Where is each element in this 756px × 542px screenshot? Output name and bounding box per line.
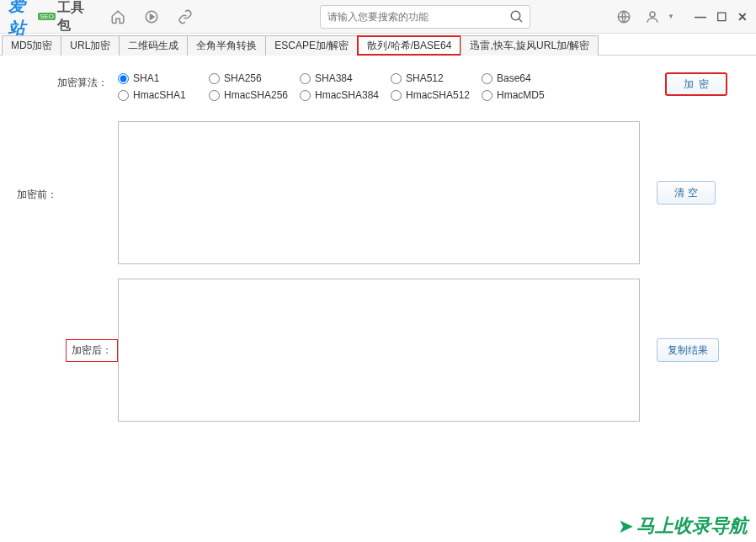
svg-line-3 [519, 19, 522, 22]
logo-sub: 工具包 [57, 0, 93, 35]
tab-url[interactable]: URL加密 [61, 35, 120, 56]
after-label: 加密后： [66, 339, 118, 362]
svg-point-5 [650, 12, 655, 17]
maximize-button[interactable]: ☐ [716, 10, 727, 24]
tab-label: 全角半角转换 [196, 39, 257, 53]
radio-sha512[interactable]: SHA512 [391, 72, 482, 84]
radio-hmacsha512[interactable]: HmacSHA512 [391, 89, 482, 101]
before-textarea[interactable] [118, 121, 640, 264]
radio-sha384[interactable]: SHA384 [300, 72, 391, 84]
tab-thunder[interactable]: 迅雷,快车,旋风URL加/解密 [461, 35, 599, 56]
main-panel: 加密算法： SHA1 SHA256 SHA384 SHA512 Base64 H… [0, 56, 756, 424]
clear-button[interactable]: 清 空 [657, 181, 716, 205]
tab-label: MD5加密 [11, 39, 52, 53]
algorithm-label: 加密算法： [17, 72, 118, 90]
app-logo: 爱站 SEO 工具包 [8, 4, 93, 29]
tab-fullhalf[interactable]: 全角半角转换 [187, 35, 266, 56]
play-icon[interactable] [143, 8, 160, 25]
logo-badge: SEO [38, 13, 56, 20]
copy-result-button[interactable]: 复制结果 [657, 338, 719, 362]
encrypt-button[interactable]: 加密 [665, 72, 727, 96]
arrow-icon: ➤ [619, 516, 633, 536]
search-button[interactable] [504, 9, 530, 24]
radio-hmacsha384[interactable]: HmacSHA384 [300, 89, 391, 101]
svg-point-2 [511, 11, 520, 20]
tab-strip: MD5加密 URL加密 二维码生成 全角半角转换 ESCAPE加/解密 散列/哈… [0, 34, 756, 56]
radio-sha1[interactable]: SHA1 [118, 72, 209, 84]
link-icon[interactable] [177, 8, 194, 25]
globe-icon[interactable] [615, 8, 632, 25]
user-icon[interactable] [644, 8, 661, 25]
before-label: 加密前： [17, 121, 118, 264]
tab-label: URL加密 [70, 39, 110, 53]
algorithm-options: SHA1 SHA256 SHA384 SHA512 Base64 HmacSHA… [118, 72, 589, 101]
svg-marker-1 [151, 14, 155, 19]
tab-label: 迅雷,快车,旋风URL加/解密 [470, 39, 589, 53]
footer-brand: ➤ 马上收录导航 [619, 513, 748, 539]
logo-main: 爱站 [8, 0, 36, 40]
titlebar: 爱站 SEO 工具包 ▼ — ☐ ✕ [0, 0, 756, 34]
tab-escape[interactable]: ESCAPE加/解密 [265, 35, 358, 56]
home-icon[interactable] [109, 8, 126, 25]
window-controls: — ☐ ✕ [695, 10, 748, 24]
tab-label: 二维码生成 [128, 39, 178, 53]
tab-hash-base64[interactable]: 散列/哈希/BASE64 [357, 35, 461, 56]
user-dropdown-arrow[interactable]: ▼ [668, 13, 674, 20]
search-box [320, 5, 530, 29]
radio-base64[interactable]: Base64 [482, 72, 572, 84]
radio-hmacsha256[interactable]: HmacSHA256 [209, 89, 300, 101]
search-input[interactable] [321, 11, 504, 23]
radio-hmacsha1[interactable]: HmacSHA1 [118, 89, 209, 101]
right-icons: ▼ — ☐ ✕ [615, 8, 748, 25]
tab-label: 散列/哈希/BASE64 [367, 39, 451, 53]
close-button[interactable]: ✕ [737, 10, 748, 24]
toolbar-icons [109, 8, 194, 25]
tab-md5[interactable]: MD5加密 [2, 35, 61, 56]
footer-brand-text: 马上收录导航 [636, 513, 748, 539]
after-textarea[interactable] [118, 279, 640, 422]
minimize-button[interactable]: — [695, 10, 706, 24]
tab-label: ESCAPE加/解密 [274, 39, 349, 53]
radio-sha256[interactable]: SHA256 [209, 72, 300, 84]
tab-qrcode[interactable]: 二维码生成 [119, 35, 188, 56]
radio-hmacmd5[interactable]: HmacMD5 [482, 89, 572, 101]
